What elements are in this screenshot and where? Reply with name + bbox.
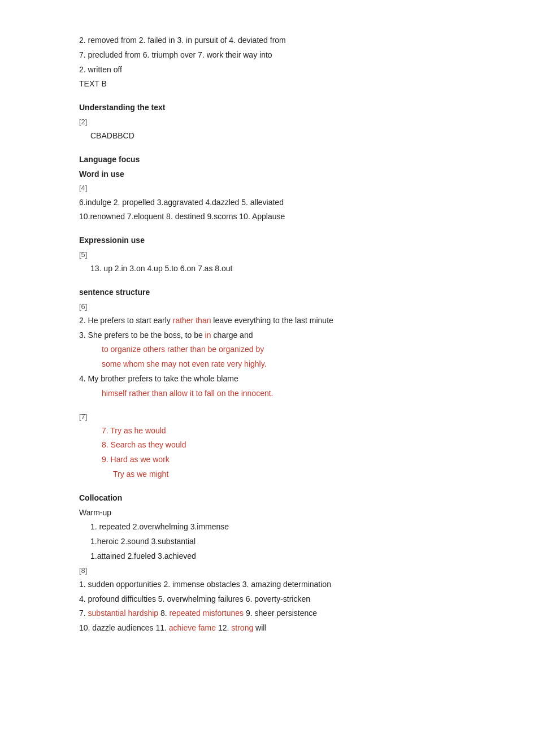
collocation-warm1: 1. repeated 2.overwhelming 3.immense: [79, 520, 455, 534]
line-2: 7. precluded from 6. triumph over 7. wor…: [79, 49, 455, 62]
expression-section: Expressionin use [5] 13. up 2.in 3.on 4.…: [79, 234, 455, 276]
collocation-section: Collocation Warm-up 1. repeated 2.overwh…: [79, 492, 455, 635]
line1-text: 2. removed from 2. failed in 3. in pursu…: [79, 36, 286, 45]
collocation-col1: 1. sudden opportunities 2. immense obsta…: [79, 578, 455, 592]
language-focus-bracket: [4]: [79, 182, 455, 194]
page: 2. removed from 2. failed in 3. in pursu…: [0, 0, 534, 756]
collocation-warm3: 1.attained 2.fueled 3.achieved: [79, 550, 455, 563]
sentence-item2-text: He prefers to start early rather than le…: [88, 316, 333, 325]
sentence-item9a: 9. Hard as we work: [79, 453, 455, 467]
understanding-heading: Understanding the text: [79, 101, 455, 115]
understanding-answer: CBADBBCD: [79, 129, 455, 143]
bracket7: [7]: [79, 411, 455, 423]
language-line2: 10.renowned 7.eloquent 8. destined 9.sco…: [79, 210, 455, 224]
line3-text: 2. written off: [79, 65, 122, 74]
word-in-use-heading: Word in use: [79, 168, 455, 181]
bracket6: [6]: [79, 301, 455, 313]
expression-line1: 13. up 2.in 3.on 4.up 5.to 6.on 7.as 8.o…: [79, 262, 455, 276]
sentence-item4b: himself rather than allow it to fall on …: [79, 387, 455, 401]
line-3: 2. written off: [79, 63, 455, 77]
collocation-col3: 7. substantial hardship 8. repeated misf…: [79, 607, 455, 620]
sentence-item3b: to organize others rather than be organi…: [79, 343, 455, 357]
collocation-warmup: Warm-up: [79, 506, 455, 520]
sentence-item4a: 4. My brother prefers to take the whole …: [79, 372, 455, 386]
sentence-structure-heading: sentence structure: [79, 286, 455, 299]
sentence-structure-section: sentence structure [6] 2. He prefers to …: [79, 286, 455, 481]
top-section: 2. removed from 2. failed in 3. in pursu…: [79, 34, 455, 91]
sentence-item3c: some whom she may not even rate very hig…: [79, 358, 455, 371]
line2-text: 7. precluded from 6. triumph over 7. wor…: [79, 50, 272, 59]
collocation-warm2: 1.heroic 2.sound 3.substantial: [79, 535, 455, 549]
sentence-item7: 7. Try as he would: [79, 424, 455, 438]
sentence-item9b: Try as we might: [79, 468, 455, 481]
expression-heading: Expressionin use: [79, 234, 455, 247]
language-focus-section: Language focus Word in use [4] 6.indulge…: [79, 153, 455, 224]
collocation-col2: 4. profound difficulties 5. overwhelming…: [79, 593, 455, 606]
understanding-section: Understanding the text [2] CBADBBCD: [79, 101, 455, 143]
sentence-item4a-text: My brother prefers to take the whole bla…: [88, 374, 238, 383]
collocation-col4: 10. dazzle audiences 11. achieve fame 12…: [79, 622, 455, 635]
sentence-item8: 8. Search as they would: [79, 438, 455, 452]
sentence-item3a: 3. She prefers to be the boss, to be in …: [79, 329, 455, 342]
understanding-bracket: [2]: [79, 116, 455, 128]
language-focus-heading: Language focus: [79, 153, 455, 167]
sentence-item2: 2. He prefers to start early rather than…: [79, 314, 455, 328]
bracket8: [8]: [79, 564, 455, 577]
collocation-heading: Collocation: [79, 492, 455, 505]
expression-bracket: [5]: [79, 249, 455, 261]
line-1: 2. removed from 2. failed in 3. in pursu…: [79, 34, 455, 47]
sentence-item3a-text: She prefers to be the boss, to be in cha…: [88, 331, 253, 340]
text-b: TEXT B: [79, 77, 455, 91]
language-line1: 6.indulge 2. propelled 3.aggravated 4.da…: [79, 196, 455, 210]
